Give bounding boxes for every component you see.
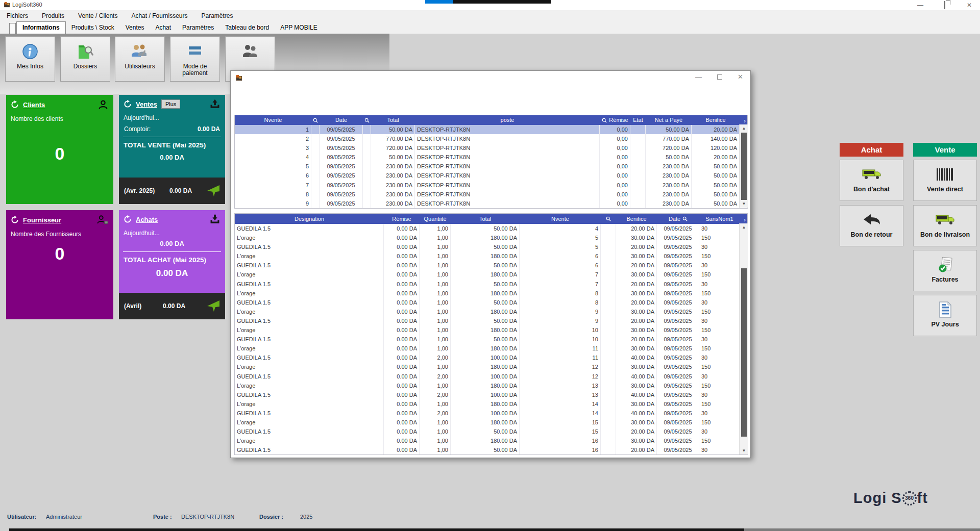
bon-retour-button[interactable]: Bon de retour <box>840 205 903 246</box>
table-row[interactable]: 9 09/05/2025 230.00 DA DESKTOP-RTJTK8N 0… <box>235 199 747 208</box>
menu-item[interactable]: Achat / Fournisseurs <box>131 12 187 19</box>
items-table-scrollbar[interactable]: ▲ ▼ <box>739 223 748 454</box>
table-row[interactable]: L'orage 0.00 DA 1,00 180.00 DA 14 30.00 … <box>235 399 747 409</box>
table-row[interactable]: 6 09/05/2025 230.00 DA DESKTOP-RTJTK8N 0… <box>235 171 747 180</box>
sales-table-scrollbar[interactable]: ▲ ▼ <box>739 124 748 208</box>
table-row[interactable]: L'orage 0.00 DA 1,00 180.00 DA 7 30.00 D… <box>235 270 747 279</box>
table-row[interactable]: 2 09/05/2025 770.00 DA DESKTOP-RTJTK8N 0… <box>235 134 747 143</box>
vente-direct-button[interactable]: Vente direct <box>913 160 977 201</box>
col-date[interactable]: Date <box>320 115 363 125</box>
col-remise[interactable]: Rémise <box>384 214 420 224</box>
minimize-icon[interactable]: — <box>917 2 924 9</box>
dossiers-button[interactable]: Dossiers <box>60 36 110 82</box>
mes-infos-button[interactable]: Mes Infos <box>5 36 55 82</box>
tab-app-mobile[interactable]: APP MOBILE <box>275 22 323 34</box>
tab-achat[interactable]: Achat <box>150 22 177 34</box>
table-row[interactable]: L'orage 0.00 DA 1,00 180.00 DA 11 30.00 … <box>235 344 747 353</box>
menu-item[interactable]: Fichiers <box>7 12 28 19</box>
refresh-icon[interactable] <box>124 215 132 223</box>
col-benifice[interactable]: Benifice <box>616 214 657 224</box>
bon-livraison-button[interactable]: Bon de livraison <box>913 205 977 246</box>
col-poste[interactable]: poste <box>415 115 600 125</box>
table-row[interactable]: L'orage 0.00 DA 1,00 180.00 DA 15 30.00 … <box>235 418 747 427</box>
tab-informations[interactable]: Informations <box>16 21 66 34</box>
tab-produits-stock[interactable]: Produits \ Stock <box>66 22 120 34</box>
menu-item[interactable]: Produits <box>42 12 64 19</box>
tab-parametres[interactable]: Paramètres <box>177 22 219 34</box>
search-icon[interactable] <box>311 115 320 125</box>
scroll-down-icon[interactable]: ▼ <box>740 447 748 454</box>
table-row[interactable]: GUEDILA 1.5 0.00 DA 2,00 100.00 DA 12 40… <box>235 372 747 381</box>
table-row[interactable]: GUEDILA 1.5 0.00 DA 1,00 50.00 DA 15 20.… <box>235 427 747 436</box>
tab-stub[interactable] <box>9 23 16 34</box>
scrollbar-thumb[interactable] <box>741 268 747 437</box>
bon-achat-button[interactable]: Bon d'achat <box>840 160 903 201</box>
table-row[interactable]: GUEDILA 1.5 0.00 DA 1,00 50.00 DA 7 20.0… <box>235 280 747 289</box>
scroll-up-icon[interactable]: ▲ <box>740 124 748 132</box>
table-row[interactable]: L'orage 0.00 DA 1,00 180.00 DA 6 30.00 D… <box>235 251 747 261</box>
factures-button[interactable]: Factures <box>913 250 977 291</box>
scrollbar-thumb[interactable] <box>741 133 747 200</box>
table-row[interactable]: L'orage 0.00 DA 1,00 180.00 DA 13 30.00 … <box>235 381 747 390</box>
col-net[interactable]: Net a Payé <box>646 115 692 125</box>
col-remise[interactable]: Rémise <box>600 115 630 125</box>
mode-de-paiement-button[interactable]: Mode de paiement <box>170 36 220 82</box>
fournisseur-card-title[interactable]: Fournisseur <box>23 216 61 224</box>
col-quantite[interactable]: Quantiité <box>420 214 451 224</box>
utilisateurs-button[interactable]: Utilisateurs <box>115 36 165 82</box>
popup-maximize-icon[interactable] <box>717 74 722 80</box>
col-etat[interactable]: Etat <box>630 115 646 125</box>
table-row[interactable]: GUEDILA 1.5 0.00 DA 1,00 50.00 DA 5 20.0… <box>235 242 747 251</box>
popup-close-icon[interactable]: ✕ <box>738 73 743 81</box>
table-row[interactable]: 1 09/05/2025 50.00 DA DESKTOP-RTJTK8N 0,… <box>235 125 747 134</box>
search-icon[interactable] <box>363 115 371 125</box>
achats-card-title[interactable]: Achats <box>136 216 158 223</box>
refresh-icon[interactable] <box>11 100 19 109</box>
table-row[interactable]: GUEDILA 1.5 0.00 DA 1,00 50.00 DA 6 20.0… <box>235 261 747 270</box>
clients-card-title[interactable]: Clients <box>23 101 45 109</box>
table-row[interactable]: L'orage 0.00 DA 1,00 180.00 DA 16 30.00 … <box>235 436 747 445</box>
cell-nvente: 11 <box>520 344 601 353</box>
table-row[interactable]: 7 09/05/2025 230.00 DA DESKTOP-RTJTK8N 0… <box>235 181 747 190</box>
refresh-icon[interactable] <box>11 216 19 224</box>
plus-button[interactable]: Plus <box>161 99 180 109</box>
col-nvente[interactable]: Nvente <box>235 115 311 125</box>
search-icon[interactable] <box>601 214 616 224</box>
scroll-down-icon[interactable]: ▼ <box>740 200 748 208</box>
refresh-icon[interactable] <box>124 100 132 108</box>
popup-minimize-icon[interactable]: — <box>695 73 702 81</box>
table-row[interactable]: GUEDILA 1.5 0.00 DA 1,00 50.00 DA 10 20.… <box>235 335 747 344</box>
tab-ventes[interactable]: Ventes <box>120 22 150 34</box>
table-row[interactable]: 4 09/05/2025 50.00 DA DESKTOP-RTJTK8N 0,… <box>235 153 747 162</box>
col-total[interactable]: Total <box>451 214 520 224</box>
table-row[interactable]: GUEDILA 1.5 0.00 DA 1,00 50.00 DA 4 20.0… <box>235 224 747 233</box>
restore-icon[interactable] <box>941 2 948 9</box>
menu-item[interactable]: Paramètres <box>201 12 233 19</box>
table-row[interactable]: GUEDILA 1.5 0.00 DA 2,00 100.00 DA 13 40… <box>235 390 747 399</box>
table-row[interactable]: L'orage 0.00 DA 1,00 180.00 DA 12 30.00 … <box>235 362 747 371</box>
tab-tableau-de-bord[interactable]: Tableau de bord <box>219 22 275 34</box>
pv-jours-button[interactable]: PV Jours <box>913 295 977 336</box>
close-icon[interactable]: ✕ <box>966 2 973 9</box>
table-row[interactable]: L'orage 0.00 DA 1,00 180.00 DA 9 30.00 D… <box>235 307 747 316</box>
col-designation[interactable]: Designation <box>235 214 384 224</box>
menu-item[interactable]: Vente / Clients <box>78 12 117 19</box>
table-row[interactable]: GUEDILA 1.5 0.00 DA 2,00 100.00 DA 14 40… <box>235 409 747 418</box>
table-row[interactable]: GUEDILA 1.5 0.00 DA 1,00 50.00 DA 8 20.0… <box>235 298 747 307</box>
table-row[interactable]: GUEDILA 1.5 0.00 DA 1,00 50.00 DA 9 20.0… <box>235 316 747 325</box>
table-row[interactable]: L'orage 0.00 DA 1,00 180.00 DA 8 30.00 D… <box>235 289 747 298</box>
scroll-up-icon[interactable]: ▲ <box>740 223 748 231</box>
table-row[interactable]: GUEDILA 1.5 0.00 DA 2,00 100.00 DA 11 40… <box>235 353 747 362</box>
col-benifice[interactable]: Benifice <box>692 115 740 125</box>
col-date[interactable]: Date <box>657 214 699 224</box>
table-row[interactable]: L'orage 0.00 DA 1,00 180.00 DA 5 30.00 D… <box>235 233 747 242</box>
table-row[interactable]: 5 09/05/2025 230.00 DA DESKTOP-RTJTK8N 0… <box>235 162 747 171</box>
table-row[interactable]: L'orage 0.00 DA 1,00 180.00 DA 10 30.00 … <box>235 325 747 335</box>
table-row[interactable]: 3 09/05/2025 720.00 DA DESKTOP-RTJTK8N 0… <box>235 143 747 153</box>
table-row[interactable]: 8 09/05/2025 230.00 DA DESKTOP-RTJTK8N 0… <box>235 190 747 199</box>
col-total[interactable]: Total <box>371 115 415 125</box>
col-sansnom1[interactable]: SansNom1 <box>699 214 740 224</box>
ventes-card-title[interactable]: Ventes <box>136 100 157 108</box>
col-nvente[interactable]: Nvente <box>520 214 601 224</box>
table-row[interactable]: GUEDILA 1.5 0.00 DA 1,00 50.00 DA 16 20.… <box>235 445 747 454</box>
